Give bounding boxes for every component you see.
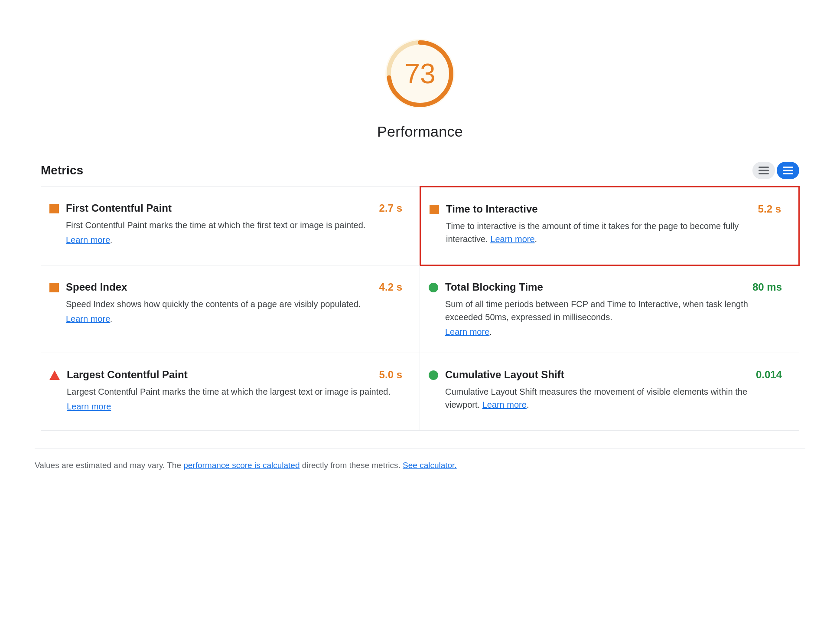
metric-cls-content: Cumulative Layout Shift 0.014 Cumulative… bbox=[445, 369, 782, 415]
metric-tti-name: Time to Interactive bbox=[446, 203, 538, 215]
metric-si-desc: Speed Index shows how quickly the conten… bbox=[66, 298, 402, 311]
square-orange-icon bbox=[49, 204, 59, 215]
svg-rect-6 bbox=[783, 167, 793, 168]
footer-calculator-link[interactable]: See calculator. bbox=[403, 461, 457, 470]
metric-tbt-content: Total Blocking Time 80 ms Sum of all tim… bbox=[445, 281, 782, 337]
footer-note: Values are estimated and may vary. The p… bbox=[35, 448, 805, 472]
score-circle: 73 bbox=[381, 35, 459, 113]
metric-lcp-desc: Largest Contentful Paint marks the time … bbox=[67, 385, 402, 398]
metric-si-value: 4.2 s bbox=[379, 281, 402, 293]
metric-cls-name: Cumulative Layout Shift bbox=[445, 369, 564, 381]
svg-rect-8 bbox=[783, 173, 793, 174]
metric-fcp-name: First Contentful Paint bbox=[66, 202, 172, 214]
metric-lcp-value: 5.0 s bbox=[379, 369, 402, 381]
metric-tti: Time to Interactive 5.2 s Time to intera… bbox=[420, 186, 800, 266]
metric-lcp: Largest Contentful Paint 5.0 s Largest C… bbox=[41, 353, 420, 431]
metrics-grid: First Contentful Paint 2.7 s First Conte… bbox=[41, 186, 799, 431]
footer-performance-score-link[interactable]: performance score is calculated bbox=[183, 461, 300, 470]
metric-tbt-value: 80 ms bbox=[752, 281, 782, 293]
performance-label: Performance bbox=[377, 123, 463, 140]
metric-lcp-learn-more[interactable]: Learn more bbox=[67, 402, 111, 411]
metric-fcp: First Contentful Paint 2.7 s First Conte… bbox=[41, 187, 420, 265]
metric-tti-desc: Time to interactive is the amount of tim… bbox=[446, 219, 781, 246]
metric-si-content: Speed Index 4.2 s Speed Index shows how … bbox=[66, 281, 402, 324]
metrics-section: Metrics bbox=[41, 162, 799, 431]
metric-cls: Cumulative Layout Shift 0.014 Cumulative… bbox=[420, 353, 799, 431]
metric-tbt-name: Total Blocking Time bbox=[445, 281, 543, 293]
metric-lcp-content: Largest Contentful Paint 5.0 s Largest C… bbox=[67, 369, 402, 412]
metric-lcp-name: Largest Contentful Paint bbox=[67, 369, 188, 381]
svg-rect-3 bbox=[759, 167, 769, 168]
footer-text-middle: directly from these metrics. bbox=[300, 461, 403, 470]
detail-view-button[interactable] bbox=[777, 162, 799, 179]
metric-cls-learn-more[interactable]: Learn more bbox=[482, 400, 527, 409]
score-section: 73 Performance bbox=[35, 17, 805, 162]
metric-fcp-learn-more[interactable]: Learn more bbox=[66, 235, 110, 245]
metric-fcp-value: 2.7 s bbox=[379, 202, 402, 214]
metric-fcp-content: First Contentful Paint 2.7 s First Conte… bbox=[66, 202, 402, 245]
svg-rect-5 bbox=[759, 173, 769, 174]
metric-tti-value: 5.2 s bbox=[758, 203, 781, 215]
metric-si: Speed Index 4.2 s Speed Index shows how … bbox=[41, 265, 420, 353]
metric-tbt-desc: Sum of all time periods between FCP and … bbox=[445, 298, 782, 324]
metric-cls-value: 0.014 bbox=[756, 369, 782, 381]
metric-tti-content: Time to Interactive 5.2 s Time to intera… bbox=[446, 203, 781, 249]
metric-si-name: Speed Index bbox=[66, 281, 127, 293]
score-value: 73 bbox=[404, 58, 435, 90]
metric-fcp-desc: First Contentful Paint marks the time at… bbox=[66, 219, 402, 232]
metrics-header: Metrics bbox=[41, 162, 799, 186]
square-orange-tti-icon bbox=[430, 205, 439, 216]
metric-tbt-learn-more[interactable]: Learn more bbox=[445, 327, 489, 337]
metric-tti-learn-more[interactable]: Learn more bbox=[490, 234, 534, 244]
footer-text-before: Values are estimated and may vary. The bbox=[35, 461, 183, 470]
circle-green-tbt-icon bbox=[429, 283, 438, 294]
header-buttons bbox=[752, 162, 799, 179]
metrics-title: Metrics bbox=[41, 164, 83, 177]
svg-rect-7 bbox=[783, 170, 793, 171]
list-view-button[interactable] bbox=[752, 162, 775, 179]
svg-rect-4 bbox=[759, 170, 769, 171]
square-orange-si-icon bbox=[49, 283, 59, 294]
metric-cls-desc: Cumulative Layout Shift measures the mov… bbox=[445, 385, 782, 411]
triangle-red-lcp-icon bbox=[49, 370, 60, 382]
metric-tbt: Total Blocking Time 80 ms Sum of all tim… bbox=[420, 265, 799, 353]
metric-si-learn-more[interactable]: Learn more bbox=[66, 314, 110, 324]
circle-green-cls-icon bbox=[429, 370, 438, 382]
